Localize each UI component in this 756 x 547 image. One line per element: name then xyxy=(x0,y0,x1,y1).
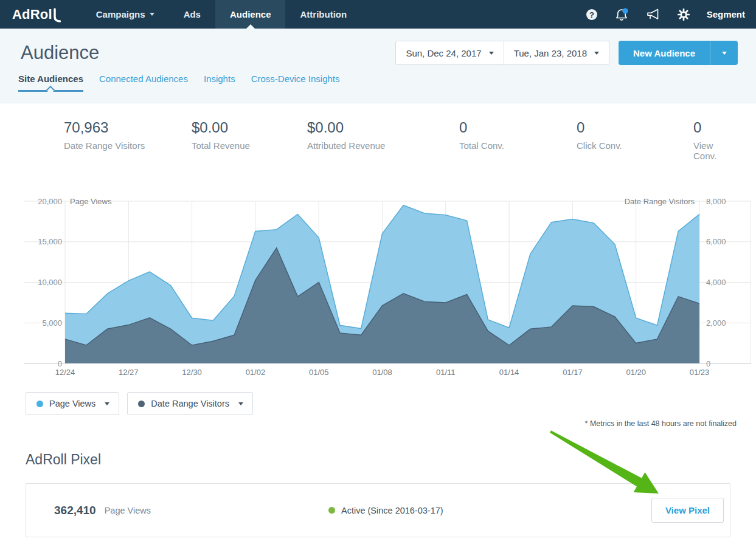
pixel-status: Active (Since 2016-03-17) xyxy=(328,506,443,515)
stat-date-range-visitors: 70,963 Date Range Visitors xyxy=(64,119,192,161)
chevron-down-icon xyxy=(238,402,243,405)
nav-item-ads[interactable]: Ads xyxy=(169,0,215,29)
chevron-down-icon xyxy=(105,402,109,405)
adroll-logo-hook-icon xyxy=(53,8,61,22)
date-start-dropdown[interactable]: Sun, Dec 24, 2017 xyxy=(395,41,504,65)
tab-cross-device-insights[interactable]: Cross-Device Insights xyxy=(251,74,340,92)
traffic-chart-svg: 20,00015,00010,0005,00008,0006,0004,0002… xyxy=(24,195,751,377)
top-navigation: AdRol Campaigns Ads Audience Attribution… xyxy=(0,0,756,29)
summary-stats: 70,963 Date Range Visitors $0.00 Total R… xyxy=(0,119,756,161)
svg-text:01/08: 01/08 xyxy=(372,368,392,377)
tab-connected-audiences[interactable]: Connected Audiences xyxy=(99,74,188,92)
pixel-page-views-label: Page Views xyxy=(105,506,151,515)
page-header: Audience Sun, Dec 24, 2017 Tue, Jan 23, … xyxy=(0,29,756,103)
help-icon[interactable]: ? xyxy=(577,9,606,21)
page-views-series-dot xyxy=(36,401,43,407)
page-title: Audience xyxy=(21,42,395,64)
svg-text:8,000: 8,000 xyxy=(706,197,726,206)
svg-text:0: 0 xyxy=(706,359,710,368)
svg-text:Date Range Visitors: Date Range Visitors xyxy=(625,197,695,206)
notification-badge xyxy=(622,8,628,13)
svg-text:01/14: 01/14 xyxy=(499,368,519,377)
adroll-pixel-heading: AdRoll Pixel xyxy=(26,452,756,468)
announcements-megaphone-icon[interactable] xyxy=(637,9,669,21)
stat-total-conv: 0 Total Conv. xyxy=(459,119,577,161)
svg-text:01/05: 01/05 xyxy=(309,368,329,377)
svg-text:01/23: 01/23 xyxy=(690,368,710,377)
adroll-pixel-card: 362,410 Page Views Active (Since 2016-03… xyxy=(26,483,730,537)
chevron-down-icon xyxy=(594,52,599,55)
svg-text:12/27: 12/27 xyxy=(119,368,139,377)
metrics-footnote: * Metrics in the last 48 hours are not f… xyxy=(0,419,737,428)
account-menu[interactable]: Segment xyxy=(698,9,756,19)
svg-text:12/30: 12/30 xyxy=(182,368,202,377)
status-text: Active (Since 2016-03-17) xyxy=(341,506,443,515)
status-active-dot xyxy=(328,507,335,514)
new-audience-dropdown-button[interactable] xyxy=(710,41,738,65)
svg-text:01/02: 01/02 xyxy=(246,368,266,377)
new-audience-split-button: New Audience xyxy=(619,41,738,65)
settings-gear-icon[interactable] xyxy=(669,9,698,21)
chevron-down-icon xyxy=(722,52,727,55)
stat-view-conv: 0 View Conv. xyxy=(693,119,738,161)
stat-attributed-revenue: $0.00 Attributed Revenue xyxy=(307,119,459,161)
nav-item-audience[interactable]: Audience xyxy=(215,0,286,29)
svg-text:6,000: 6,000 xyxy=(706,237,726,246)
nav-item-attribution[interactable]: Attribution xyxy=(285,0,361,29)
primary-nav: Campaigns Ads Audience Attribution xyxy=(81,0,361,29)
nav-right-controls: ? Segment xyxy=(577,0,756,29)
svg-text:01/17: 01/17 xyxy=(563,368,583,377)
date-end-dropdown[interactable]: Tue, Jan 23, 2018 xyxy=(504,41,609,65)
svg-text:Page Views: Page Views xyxy=(70,197,112,206)
audience-tabs: Site Audiences Connected Audiences Insig… xyxy=(18,74,756,92)
svg-text:?: ? xyxy=(589,10,594,19)
stat-total-revenue: $0.00 Total Revenue xyxy=(192,119,307,161)
adroll-logo[interactable]: AdRol xyxy=(12,0,61,29)
new-audience-button[interactable]: New Audience xyxy=(619,41,710,65)
chart-legend: Page Views Date Range Visitors xyxy=(26,392,756,415)
svg-text:5,000: 5,000 xyxy=(42,318,62,328)
pixel-page-views-value: 362,410 xyxy=(54,504,96,517)
traffic-area-chart: 20,00015,00010,0005,00008,0006,0004,0002… xyxy=(24,195,751,377)
svg-text:2,000: 2,000 xyxy=(706,318,726,328)
svg-text:4,000: 4,000 xyxy=(706,278,726,287)
legend-date-range-visitors-dropdown[interactable]: Date Range Visitors xyxy=(127,392,253,415)
svg-text:15,000: 15,000 xyxy=(38,237,62,246)
svg-text:20,000: 20,000 xyxy=(38,197,62,206)
legend-page-views-dropdown[interactable]: Page Views xyxy=(26,392,119,415)
svg-text:01/11: 01/11 xyxy=(436,368,456,377)
stat-click-conv: 0 Click Conv. xyxy=(577,119,693,161)
view-pixel-button[interactable]: View Pixel xyxy=(651,498,724,523)
chevron-down-icon xyxy=(489,52,494,55)
nav-item-campaigns[interactable]: Campaigns xyxy=(81,0,169,29)
svg-text:12/24: 12/24 xyxy=(55,368,75,377)
chevron-down-icon xyxy=(150,13,154,16)
notifications-bell-icon[interactable] xyxy=(606,8,637,21)
date-range-visitors-series-dot xyxy=(138,401,145,407)
tab-insights[interactable]: Insights xyxy=(204,74,235,92)
adroll-logo-text: AdRol xyxy=(12,7,52,22)
svg-text:0: 0 xyxy=(58,359,62,368)
svg-text:01/20: 01/20 xyxy=(626,368,646,377)
svg-text:10,000: 10,000 xyxy=(38,278,62,287)
date-range-picker: Sun, Dec 24, 2017 Tue, Jan 23, 2018 xyxy=(395,41,609,65)
tab-site-audiences[interactable]: Site Audiences xyxy=(18,74,83,92)
